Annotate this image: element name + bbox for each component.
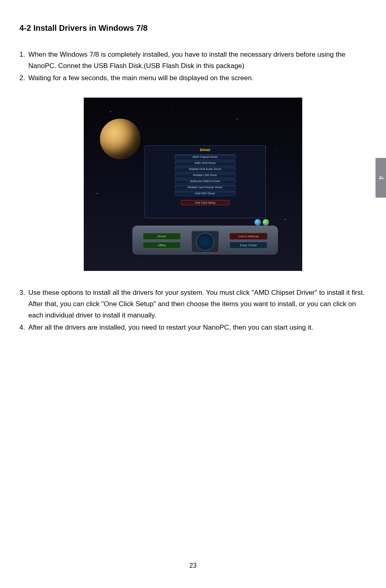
step-item: 3. Use these options to install all the … (19, 287, 367, 321)
step-text: Use these options to install all the dri… (28, 287, 367, 321)
one-click-setup-button[interactable]: One Click Setup (181, 200, 229, 205)
step-item: 2. Waiting for a few seconds, the main m… (19, 72, 367, 84)
star-decoration (171, 107, 172, 107)
star-decoration (97, 193, 98, 194)
driver-item-amd-uga[interactable]: AMD UGA Driver (175, 160, 235, 166)
star-decoration (285, 219, 286, 220)
star-decoration (276, 150, 276, 150)
step-number: 1. (19, 49, 28, 72)
driver-item-realtek-hda[interactable]: Realtek HDA Audio Driver (175, 166, 235, 172)
star-decoration (237, 119, 238, 119)
section-tab-number: 4 (377, 176, 385, 179)
step-text: Waiting for a few seconds, the main menu… (28, 72, 367, 84)
star-decoration (138, 262, 139, 263)
document-page: 4 4-2 Install Drivers in Windows 7/8 1. … (0, 0, 386, 588)
installer-screenshot: Driver AMD Chipset Driver AMD UGA Driver… (84, 98, 302, 271)
step-item: 1. When the Windows 7/8 is completely in… (19, 49, 367, 72)
star-decoration (204, 136, 204, 136)
driver-item-amd-chipset[interactable]: AMD Chipset Driver (175, 154, 235, 160)
page-number: 23 (0, 562, 386, 569)
users-manual-button[interactable]: User's Manual (229, 233, 267, 240)
utility-tab-button[interactable]: Utility (143, 242, 181, 249)
panel-title: Driver (145, 146, 265, 153)
console-dock: Driver Utility User's Manual Easy Guide (132, 220, 278, 256)
step-text: After all the drivers are installed, you… (28, 322, 367, 333)
step-number: 3. (19, 287, 28, 321)
screenshot-container: Driver AMD Chipset Driver AMD UGA Driver… (19, 98, 367, 271)
driver-item-intel-wifi[interactable]: Intel WiFi Driver (175, 191, 235, 196)
step-item: 4. After all the drivers are installed, … (19, 322, 367, 333)
section-heading: 4-2 Install Drivers in Windows 7/8 (19, 23, 367, 33)
radar-display (191, 230, 219, 253)
step-text: When the Windows 7/8 is completely insta… (28, 49, 367, 72)
easy-guide-button[interactable]: Easy Guide (229, 242, 267, 249)
steps-top: 1. When the Windows 7/8 is completely in… (19, 49, 367, 84)
steps-bottom: 3. Use these options to install all the … (19, 287, 367, 333)
step-number: 4. (19, 322, 28, 333)
driver-tab-button[interactable]: Driver (143, 233, 181, 240)
planet-graphic (100, 119, 140, 159)
step-number: 2. (19, 72, 28, 84)
star-decoration (110, 111, 111, 112)
section-tab: 4 (375, 158, 386, 198)
driver-list: AMD Chipset Driver AMD UGA Driver Realte… (145, 153, 265, 196)
driver-item-asmedia-usb3[interactable]: ASMedia USB3.0 Driver (175, 179, 235, 184)
driver-panel: Driver AMD Chipset Driver AMD UGA Driver… (144, 145, 266, 218)
driver-item-realtek-lan[interactable]: Realtek LAN Driver (175, 173, 235, 178)
driver-item-realtek-card-reader[interactable]: Realtek Card Reader Driver (175, 185, 235, 190)
radar-circle-icon (196, 233, 214, 251)
